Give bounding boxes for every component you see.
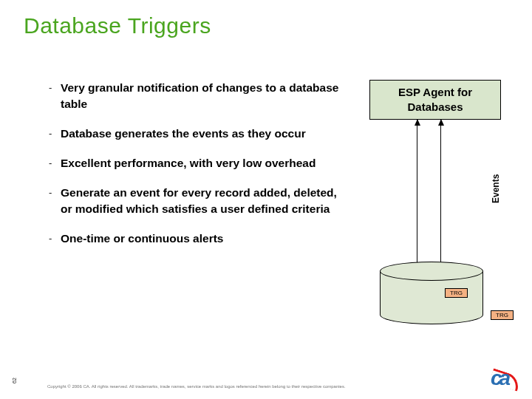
bullet-text: One-time or continuous alerts — [61, 231, 223, 247]
list-item: - Generate an event for every record add… — [49, 185, 343, 217]
list-item: - Excellent performance, with very low o… — [49, 155, 343, 171]
arrow-up-icon — [440, 120, 441, 270]
bullet-text: Very granular notification of changes to… — [61, 80, 343, 112]
esp-agent-box: ESP Agent for Databases — [369, 80, 501, 120]
bullet-dash: - — [49, 155, 61, 171]
events-axis-label: Events — [491, 174, 501, 203]
ca-logo-icon: ca — [491, 369, 520, 392]
bullet-dash: - — [49, 231, 61, 247]
event-arrows — [405, 120, 457, 270]
bullet-dash: - — [49, 126, 61, 142]
database-cylinder-icon — [380, 262, 483, 330]
copyright-footer: Copyright © 2006 CA. All rights reserved… — [47, 384, 346, 389]
list-item: - One-time or continuous alerts — [49, 231, 343, 247]
trigger-label: TRG — [445, 288, 468, 298]
page-number: 62 — [12, 378, 17, 383]
bullet-dash: - — [49, 185, 61, 217]
slide: Database Triggers - Very granular notifi… — [0, 0, 532, 399]
bullet-dash: - — [49, 80, 61, 112]
arrow-up-icon — [417, 120, 417, 270]
db-top — [380, 262, 483, 281]
bullet-text: Database generates the events as they oc… — [61, 126, 306, 142]
trigger-label: TRG — [491, 310, 514, 320]
logo-text: ca — [491, 366, 508, 390]
bullet-list: - Very granular notification of changes … — [49, 80, 343, 260]
bullet-text: Excellent performance, with very low ove… — [61, 155, 316, 171]
list-item: - Very granular notification of changes … — [49, 80, 343, 112]
slide-title: Database Triggers — [24, 13, 211, 38]
bullet-text: Generate an event for every record added… — [61, 185, 343, 217]
list-item: - Database generates the events as they … — [49, 126, 343, 142]
esp-box-line2: Databases — [407, 100, 463, 113]
esp-box-line1: ESP Agent for — [398, 86, 472, 98]
